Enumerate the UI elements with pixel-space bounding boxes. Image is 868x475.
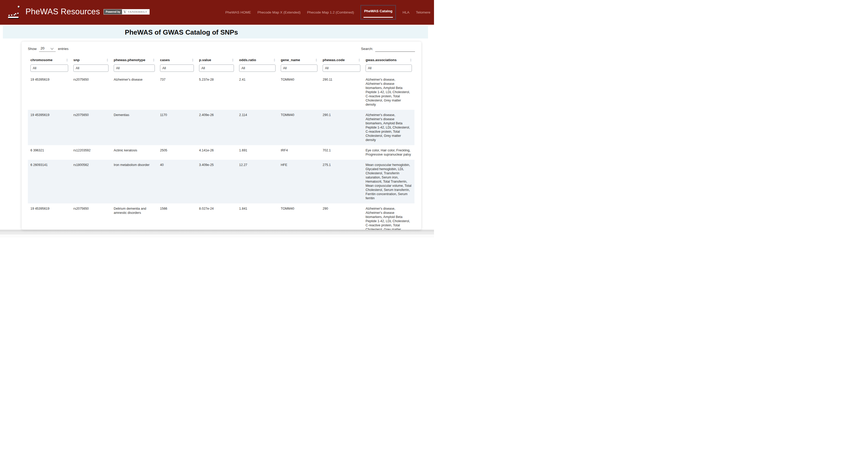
- filter-input-gwas-associations[interactable]: [366, 65, 412, 72]
- title-bar: PheWAS of GWAS Catalog of SNPs: [3, 26, 428, 38]
- filter-input-snp[interactable]: [73, 65, 108, 72]
- cell-odds-ratio: 2.114: [237, 110, 278, 145]
- table-row: 19 45395619rs2075650Alzheimer's disease7…: [28, 74, 414, 110]
- table-row: 6 396321rs12203592Actinic keratosis25054…: [28, 145, 414, 160]
- cell-cases: 737: [157, 74, 196, 110]
- cell-phewas-code: 702.1: [320, 145, 363, 160]
- cell-gene-name: TOMM40: [278, 110, 320, 145]
- column-header-odds-ratio[interactable]: odds.ratio▲▼: [237, 55, 278, 64]
- sort-icons: ▲▼: [151, 58, 155, 62]
- cell-snp: rs1800562: [71, 160, 111, 203]
- column-header-snp[interactable]: snp▲▼: [71, 55, 111, 64]
- column-header-gene-name[interactable]: gene_name▲▼: [278, 55, 320, 64]
- sort-icons: ▲▼: [357, 58, 360, 62]
- page-length-select[interactable]: 20: [39, 46, 56, 52]
- sort-desc-icon: ▼: [315, 60, 317, 62]
- table-row: 6 26093141rs1800562Iron metabolism disor…: [28, 160, 414, 203]
- cell-cases: 40: [157, 160, 196, 203]
- cell-p-value: 8.027e-24: [196, 203, 237, 230]
- cell-p-value: 2.409e-26: [196, 110, 237, 145]
- filter-input-phewas-code[interactable]: [323, 65, 360, 72]
- nav-item-phecode-map-1-2-combined-[interactable]: Phecode Map 1.2 (Combined): [307, 10, 354, 14]
- page-bottom-shadow: [0, 230, 434, 234]
- sort-desc-icon: ▼: [232, 60, 234, 62]
- show-label: Show: [28, 47, 37, 51]
- search-input[interactable]: [375, 46, 415, 52]
- column-label: phewas.phenotype: [114, 58, 146, 62]
- sort-icons: ▲▼: [105, 58, 108, 62]
- cell-cases: 1170: [157, 110, 196, 145]
- filter-input-p-value[interactable]: [199, 65, 234, 72]
- vanderbilt-label: V VANDERBILT: [122, 9, 149, 14]
- cell-odds-ratio: 12.27: [237, 160, 278, 203]
- cell-p-value: 3.409e-25: [196, 160, 237, 203]
- vanderbilt-badge[interactable]: Powered by V VANDERBILT: [103, 9, 149, 14]
- cell-chromosome: 19 45395619: [28, 110, 71, 145]
- column-label: odds.ratio: [239, 58, 256, 62]
- filter-cell: [320, 64, 363, 74]
- nav-item-phecode-map-x-extended-[interactable]: Phecode Map X (Extended): [257, 10, 301, 14]
- filter-cell: [71, 64, 111, 74]
- filter-input-cases[interactable]: [160, 65, 194, 72]
- cell-chromosome: 6 396321: [28, 145, 71, 160]
- filter-cell: [278, 64, 320, 74]
- column-header-phewas-code[interactable]: phewas.code▲▼: [320, 55, 363, 64]
- column-header-p-value[interactable]: p.value▲▼: [196, 55, 237, 64]
- cell-gwas-associations: Alzheimer's disease, Alzheimer's disease…: [363, 203, 414, 230]
- brand-title[interactable]: PheWAS Resources: [26, 7, 100, 17]
- cell-snp: rs12203592: [71, 145, 111, 160]
- column-label: phewas.code: [323, 58, 345, 62]
- sort-icons: ▲▼: [272, 58, 276, 62]
- column-header-phewas-phenotype[interactable]: phewas.phenotype▲▼: [111, 55, 157, 64]
- cell-gwas-associations: Alzheimer's disease, Alzheimer's disease…: [363, 74, 414, 110]
- sort-icons: ▲▼: [408, 58, 412, 62]
- cell-snp: rs2075650: [71, 74, 111, 110]
- nav-item-telomere[interactable]: Telomere: [416, 10, 430, 14]
- cell-cases: 1566: [157, 203, 196, 230]
- main-nav: PheWAS HOMEPhecode Map X (Extended)Pheco…: [225, 0, 430, 25]
- sort-icons: ▲▼: [65, 58, 68, 62]
- filter-input-odds-ratio[interactable]: [239, 65, 276, 72]
- sort-desc-icon: ▼: [410, 60, 412, 62]
- cell-phewas-code: 290.11: [320, 74, 363, 110]
- filter-row: [28, 64, 414, 74]
- cell-gene-name: TOMM40: [278, 74, 320, 110]
- entries-label: entries: [58, 47, 69, 51]
- cell-phewas-phenotype: Iron metabolism disorder: [111, 160, 157, 203]
- column-label: snp: [73, 58, 80, 62]
- sort-desc-icon: ▼: [66, 60, 68, 62]
- powered-by-label: Powered by: [104, 9, 122, 14]
- column-label: gene_name: [281, 58, 300, 62]
- column-header-cases[interactable]: cases▲▼: [157, 55, 196, 64]
- cell-gwas-associations: Alzheimer's disease, Alzheimer's disease…: [363, 110, 414, 145]
- nav-item-phewas-home[interactable]: PheWAS HOME: [225, 10, 251, 14]
- page-length-control: Show 20 entries: [28, 46, 68, 52]
- sort-desc-icon: ▼: [358, 60, 360, 62]
- sort-icons: ▲▼: [190, 58, 194, 62]
- cell-chromosome: 19 45395619: [28, 203, 71, 230]
- cell-odds-ratio: 2.41: [237, 74, 278, 110]
- cell-phewas-phenotype: Actinic keratosis: [111, 145, 157, 160]
- sort-desc-icon: ▼: [192, 60, 194, 62]
- cell-phewas-phenotype: Dementias: [111, 110, 157, 145]
- cell-phewas-code: 290.1: [320, 110, 363, 145]
- cell-chromosome: 19 45395619: [28, 74, 71, 110]
- column-label: gwas.associations: [366, 58, 397, 62]
- column-header-gwas-associations[interactable]: gwas.associations▲▼: [363, 55, 414, 64]
- nav-item-hla[interactable]: HLA: [403, 10, 409, 14]
- phewas-logo-icon[interactable]: [7, 5, 21, 20]
- datatable-card: Show 20 entries Search: chromosome▲▼snp▲…: [22, 42, 421, 230]
- sort-icons: ▲▼: [314, 58, 317, 62]
- nav-item-phewas-catalog[interactable]: PheWAS Catalog: [360, 5, 396, 20]
- cell-p-value: 4.141e-26: [196, 145, 237, 160]
- filter-input-gene-name[interactable]: [281, 65, 317, 72]
- table-row: 19 45395619rs2075650Delirium dementia an…: [28, 203, 414, 230]
- filter-input-chromosome[interactable]: [30, 65, 68, 72]
- table-controls: Show 20 entries Search:: [28, 46, 415, 52]
- page-title: PheWAS of GWAS Catalog of SNPs: [3, 26, 360, 38]
- cell-phewas-code: 275.1: [320, 160, 363, 203]
- column-header-chromosome[interactable]: chromosome▲▼: [28, 55, 71, 64]
- search-control: Search:: [361, 46, 415, 52]
- filter-input-phewas-phenotype[interactable]: [114, 65, 155, 72]
- filter-cell: [28, 64, 71, 74]
